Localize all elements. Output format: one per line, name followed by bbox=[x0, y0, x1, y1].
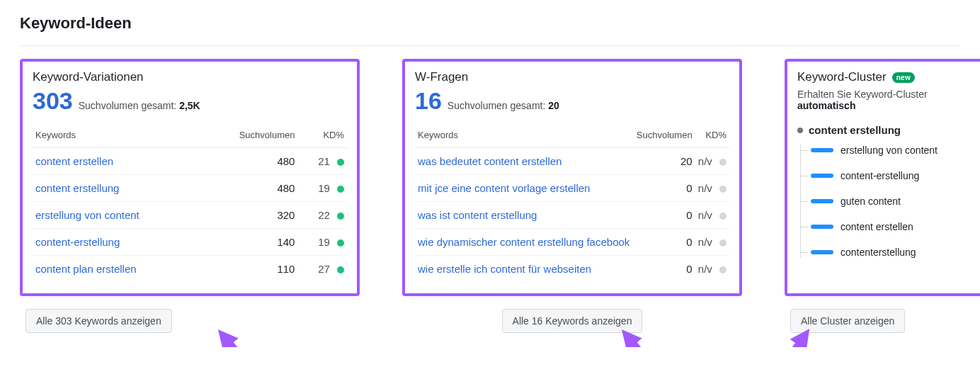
keyword-link[interactable]: wie erstelle ich content für webseiten bbox=[415, 256, 634, 283]
difficulty-dot-icon bbox=[719, 266, 727, 273]
keyword-link[interactable]: wie dynamischer content erstellung faceb… bbox=[415, 229, 634, 256]
show-all-variations-button[interactable]: Alle 303 Keywords anzeigen bbox=[25, 309, 172, 333]
keyword-link[interactable]: erstellung von content bbox=[33, 202, 203, 229]
cluster-child-label: content-erstellung bbox=[841, 170, 919, 181]
difficulty-dot-icon bbox=[719, 239, 727, 247]
panel-title-cluster: Keyword-Cluster new bbox=[797, 70, 980, 84]
cluster-bar-icon bbox=[811, 225, 833, 229]
volume-value: 140 bbox=[203, 229, 298, 256]
difficulty-dot-icon bbox=[337, 239, 344, 247]
table-row: wie erstelle ich content für webseiten0n… bbox=[415, 256, 729, 283]
new-badge: new bbox=[892, 72, 915, 83]
table-row: content erstellen48021 bbox=[33, 148, 347, 175]
cluster-child[interactable]: erstellung von content bbox=[811, 145, 980, 156]
table-row: content erstellung48019 bbox=[33, 175, 347, 202]
cluster-child[interactable]: content erstellen bbox=[811, 221, 980, 232]
difficulty-dot-icon bbox=[719, 159, 727, 166]
table-row: was ist content erstellung0n/v bbox=[415, 202, 729, 229]
kd-value: n/v bbox=[695, 256, 729, 283]
keyword-link[interactable]: mit jce eine content vorlage erstellen bbox=[415, 175, 634, 202]
table-row: mit jce eine content vorlage erstellen0n… bbox=[415, 175, 729, 202]
annotation-arrow-icon bbox=[204, 319, 268, 347]
kd-value: 19 bbox=[297, 229, 347, 256]
panel-title-text: Keyword-Variationen bbox=[33, 70, 144, 84]
volume-value: 0 bbox=[634, 175, 695, 202]
cluster-child[interactable]: content-erstellung bbox=[811, 170, 980, 181]
kd-value: 27 bbox=[297, 256, 347, 283]
cluster-child[interactable]: guten content bbox=[811, 196, 980, 207]
volume-value: 20 bbox=[634, 148, 695, 175]
panel-keyword-variations: Keyword-Variationen 303 Suchvolumen gesa… bbox=[20, 59, 360, 296]
kd-value: 21 bbox=[297, 148, 347, 175]
col-keywords: Keywords bbox=[415, 125, 634, 148]
show-all-questions-button[interactable]: Alle 16 Keywords anzeigen bbox=[502, 309, 643, 333]
show-all-clusters-button[interactable]: Alle Cluster anzeigen bbox=[790, 309, 905, 333]
col-kd: KD% bbox=[297, 125, 347, 148]
col-kd: KD% bbox=[695, 125, 729, 148]
volume-value: 0 bbox=[634, 202, 695, 229]
keyword-link[interactable]: was bedeutet content erstellen bbox=[415, 148, 634, 175]
cluster-bar-icon bbox=[811, 174, 833, 178]
difficulty-dot-icon bbox=[337, 159, 344, 166]
questions-volume-label: Suchvolumen gesamt: 20 bbox=[448, 100, 559, 111]
col-volume: Suchvolumen bbox=[634, 125, 695, 148]
keyword-link[interactable]: content plan erstellen bbox=[33, 256, 203, 283]
cluster-bar-icon bbox=[811, 148, 833, 152]
svg-marker-0 bbox=[210, 323, 259, 347]
cluster-child-label: contenterstellung bbox=[841, 247, 916, 258]
volume-value: 110 bbox=[203, 256, 298, 283]
cluster-child-label: guten content bbox=[841, 196, 901, 207]
cluster-child[interactable]: contenterstellung bbox=[811, 247, 980, 258]
difficulty-dot-icon bbox=[337, 213, 344, 220]
difficulty-dot-icon bbox=[337, 266, 344, 273]
cluster-bar-icon bbox=[811, 250, 833, 254]
difficulty-dot-icon bbox=[719, 186, 727, 193]
difficulty-dot-icon bbox=[337, 186, 344, 193]
cluster-root[interactable]: content erstellung bbox=[797, 124, 980, 136]
kd-value: n/v bbox=[695, 202, 729, 229]
kd-value: n/v bbox=[695, 229, 729, 256]
difficulty-dot-icon bbox=[719, 213, 727, 220]
panel-cluster: Keyword-Cluster new Erhalten Sie Keyword… bbox=[785, 59, 980, 296]
panel-title-text: W-Fragen bbox=[415, 70, 468, 84]
keyword-link[interactable]: content-erstellung bbox=[33, 229, 203, 256]
table-row: content plan erstellen11027 bbox=[33, 256, 347, 283]
bullet-icon bbox=[797, 128, 803, 133]
panel-title-text: Keyword-Cluster bbox=[797, 70, 887, 84]
table-row: was bedeutet content erstellen20n/v bbox=[415, 148, 729, 175]
kd-value: 19 bbox=[297, 175, 347, 202]
variations-count: 303 bbox=[33, 89, 73, 113]
volume-value: 0 bbox=[634, 256, 695, 283]
kd-value: n/v bbox=[695, 175, 729, 202]
cluster-root-label: content erstellung bbox=[809, 124, 901, 136]
kd-value: 22 bbox=[297, 202, 347, 229]
questions-table: Keywords Suchvolumen KD% was bedeutet co… bbox=[415, 125, 729, 282]
kd-value: n/v bbox=[695, 148, 729, 175]
panel-questions: W-Fragen 16 Suchvolumen gesamt: 20 Keywo… bbox=[402, 59, 742, 296]
table-row: content-erstellung14019 bbox=[33, 229, 347, 256]
keyword-link[interactable]: content erstellen bbox=[33, 148, 203, 175]
col-keywords: Keywords bbox=[33, 125, 203, 148]
page-title: Keyword-Ideen bbox=[20, 14, 960, 33]
keyword-link[interactable]: was ist content erstellung bbox=[415, 202, 634, 229]
questions-count: 16 bbox=[415, 89, 442, 113]
volume-value: 0 bbox=[634, 229, 695, 256]
col-volume: Suchvolumen bbox=[203, 125, 298, 148]
table-row: wie dynamischer content erstellung faceb… bbox=[415, 229, 729, 256]
variations-volume-label: Suchvolumen gesamt: 2,5K bbox=[79, 100, 200, 111]
volume-value: 320 bbox=[203, 202, 298, 229]
variations-table: Keywords Suchvolumen KD% content erstell… bbox=[33, 125, 347, 282]
cluster-child-label: content erstellen bbox=[841, 221, 913, 232]
volume-value: 480 bbox=[203, 148, 298, 175]
panel-title-questions: W-Fragen bbox=[415, 70, 729, 84]
cluster-child-label: erstellung von content bbox=[841, 145, 938, 156]
keyword-link[interactable]: content erstellung bbox=[33, 175, 203, 202]
table-row: erstellung von content32022 bbox=[33, 202, 347, 229]
cluster-bar-icon bbox=[811, 199, 833, 203]
cluster-description: Erhalten Sie Keyword-Cluster automatisch bbox=[797, 89, 980, 111]
volume-value: 480 bbox=[203, 175, 298, 202]
panel-title-variations: Keyword-Variationen bbox=[33, 70, 347, 84]
section-divider bbox=[20, 45, 960, 46]
